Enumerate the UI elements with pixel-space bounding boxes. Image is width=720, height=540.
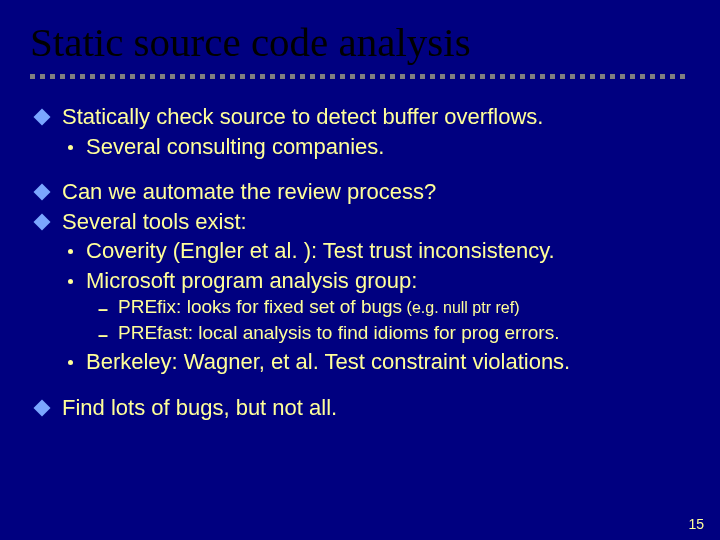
prefix-desc: looks for fixed set of bugs: [181, 296, 402, 317]
sub-sub-bullet-text: PREfix: looks for fixed set of bugs (e.g…: [118, 296, 519, 318]
dash-icon: –: [98, 325, 108, 346]
list-item: Can we automate the review process?: [30, 178, 690, 206]
list-item: Find lots of bugs, but not all.: [30, 394, 690, 422]
dash-icon: –: [98, 299, 108, 320]
prefast-label: PREfast:: [118, 322, 193, 343]
diamond-icon: [34, 109, 51, 126]
list-item: Several tools exist: Coverity (Engler et…: [30, 208, 690, 376]
prefast-desc: local analysis to find idioms for prog e…: [193, 322, 559, 343]
sub-bullet-text: Microsoft program analysis group:: [86, 267, 417, 295]
page-number: 15: [688, 516, 704, 532]
slide-title: Static source code analysis: [30, 18, 690, 66]
dot-icon: [68, 145, 73, 150]
sub-bullet-text: Berkeley: Wagner, et al. Test constraint…: [86, 348, 570, 376]
sub-bullet-text: Coverity (Engler et al. ): Test trust in…: [86, 237, 555, 265]
sub-bullet-text: Several consulting companies.: [86, 133, 384, 161]
list-item: Statically check source to detect buffer…: [30, 103, 690, 160]
bullet-text: Can we automate the review process?: [62, 178, 436, 206]
dot-icon: [68, 360, 73, 365]
diamond-icon: [34, 184, 51, 201]
prefix-note: (e.g. null ptr ref): [402, 299, 519, 316]
diamond-icon: [34, 399, 51, 416]
sub-sub-bullet-text: PREfast: local analysis to find idioms f…: [118, 322, 559, 344]
dot-icon: [68, 279, 73, 284]
bullet-text: Statically check source to detect buffer…: [62, 103, 543, 131]
bullet-list: Statically check source to detect buffer…: [30, 103, 690, 421]
prefix-label: PREfix:: [118, 296, 181, 317]
bullet-text: Find lots of bugs, but not all.: [62, 394, 337, 422]
dot-icon: [68, 249, 73, 254]
divider: [30, 74, 685, 79]
bullet-text: Several tools exist:: [62, 208, 247, 236]
diamond-icon: [34, 213, 51, 230]
